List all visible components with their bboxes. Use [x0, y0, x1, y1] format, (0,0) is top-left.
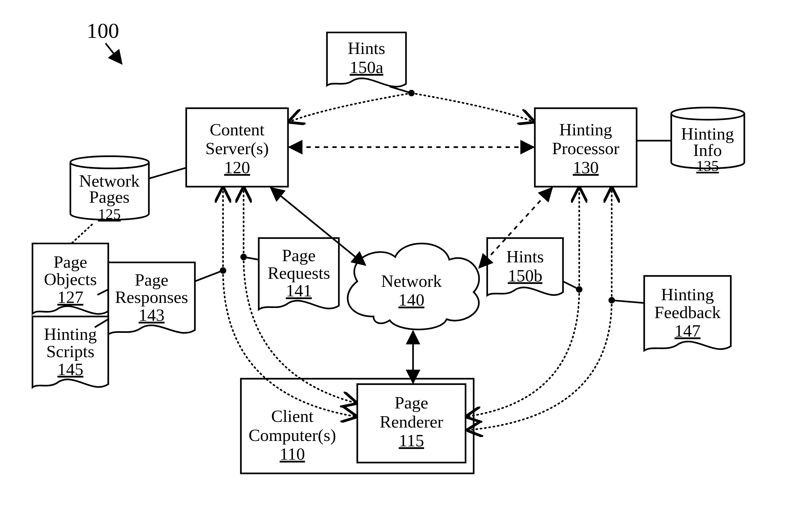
svg-text:150a: 150a	[350, 58, 383, 77]
content-servers-box: Content Server(s) 120	[186, 108, 288, 187]
network-cloud: Network 140	[348, 244, 479, 329]
svg-text:Hinting: Hinting	[44, 324, 97, 344]
svg-text:145: 145	[57, 360, 83, 379]
network-pages-db: Network Pages 125	[70, 156, 149, 222]
svg-text:Page: Page	[135, 270, 169, 290]
hinting-processor-box: Hinting Processor 130	[535, 108, 637, 187]
svg-text:Computer(s): Computer(s)	[248, 425, 336, 445]
svg-text:130: 130	[573, 158, 599, 177]
svg-text:147: 147	[675, 321, 700, 340]
page-responses-doc: Page Responses 143	[108, 262, 195, 334]
svg-text:135: 135	[696, 158, 719, 174]
svg-text:143: 143	[139, 305, 165, 325]
svg-text:120: 120	[224, 158, 250, 177]
svg-text:Renderer: Renderer	[380, 412, 443, 431]
figure-number: 100	[87, 18, 119, 43]
diagram-canvas: 100 Content Server(s) 120 Hinting Proces…	[0, 0, 812, 528]
svg-text:110: 110	[279, 444, 305, 464]
svg-text:125: 125	[98, 206, 120, 222]
svg-text:150b: 150b	[508, 266, 542, 285]
hinting-info-db: Hinting Info 135	[671, 108, 744, 174]
svg-text:Client: Client	[271, 406, 314, 426]
svg-text:Content: Content	[210, 120, 265, 139]
svg-text:Processor: Processor	[552, 138, 620, 158]
svg-text:Hints: Hints	[348, 39, 386, 58]
svg-text:Hints: Hints	[506, 247, 544, 266]
svg-text:Requests: Requests	[267, 263, 330, 283]
svg-text:127: 127	[57, 288, 83, 307]
svg-text:Feedback: Feedback	[654, 303, 721, 322]
svg-line-51	[563, 281, 579, 290]
svg-text:141: 141	[286, 281, 312, 300]
hinting-scripts-doc: Hinting Scripts 145	[32, 317, 108, 387]
svg-text:Responses: Responses	[115, 288, 188, 307]
page-objects-doc: Page Objects 127	[32, 244, 108, 314]
svg-line-47	[195, 270, 223, 281]
svg-text:Hinting: Hinting	[661, 285, 714, 304]
svg-text:Server(s): Server(s)	[205, 138, 269, 158]
hinting-feedback-doc: Hinting Feedback 147	[644, 276, 730, 350]
svg-text:Info: Info	[693, 141, 722, 160]
svg-text:Page: Page	[395, 393, 429, 412]
edge-pages-objects	[72, 224, 92, 244]
svg-line-45	[390, 86, 412, 93]
svg-text:115: 115	[399, 431, 424, 450]
edge-hints-b	[466, 188, 582, 417]
svg-text:Scripts: Scripts	[46, 342, 94, 361]
svg-text:Pages: Pages	[89, 187, 129, 207]
svg-text:Hinting: Hinting	[559, 120, 612, 139]
figure-label: 100	[87, 18, 122, 64]
edge-pages-servers	[149, 168, 186, 179]
edge-feedback	[468, 188, 644, 430]
edge-hints-a	[289, 86, 534, 122]
svg-text:Objects: Objects	[44, 269, 97, 289]
svg-text:Page: Page	[54, 252, 87, 272]
hints-a-doc: Hints 150a	[327, 32, 406, 87]
svg-text:Page: Page	[282, 246, 316, 265]
svg-text:140: 140	[398, 290, 424, 309]
page-renderer-box: Page Renderer 115	[357, 384, 466, 463]
page-requests-doc: Page Requests 141	[259, 238, 339, 309]
svg-line-0	[106, 43, 122, 64]
svg-line-53	[612, 300, 644, 303]
svg-text:Network: Network	[381, 271, 442, 291]
